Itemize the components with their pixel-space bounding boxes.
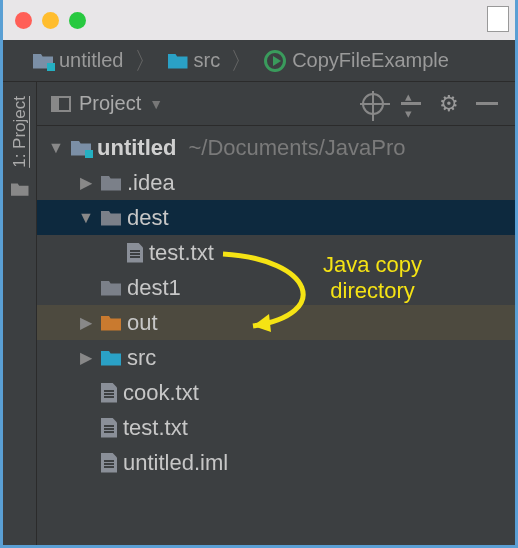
breadcrumb-root-label: untitled: [59, 49, 124, 72]
tree-item-src[interactable]: src: [37, 340, 515, 375]
tree-item-idea[interactable]: .idea: [37, 165, 515, 200]
tree-item-iml[interactable]: untitled.iml: [37, 445, 515, 480]
excluded-folder-icon: [101, 315, 121, 331]
tree-item-out[interactable]: out: [37, 305, 515, 340]
thumbnail-badge: [487, 6, 509, 32]
text-file-icon: [101, 418, 117, 438]
tree-label: test.txt: [123, 415, 188, 441]
breadcrumb-file-label: CopyFileExample: [292, 49, 449, 72]
tree-label: dest: [127, 205, 169, 231]
breadcrumb-bar: untitled 〉 src 〉 CopyFileExample: [3, 40, 515, 82]
project-view-icon: [51, 96, 71, 112]
source-folder-icon: [101, 350, 121, 366]
tree-root-path: ~/Documents/JavaPro: [188, 135, 405, 161]
tree-label: src: [127, 345, 156, 371]
source-folder-icon: [168, 53, 188, 69]
collapse-all-button[interactable]: ▾: [397, 90, 425, 118]
java-class-icon: [264, 50, 286, 72]
tool-window-gutter: 1: Project: [3, 82, 37, 545]
select-opened-file-button[interactable]: [359, 90, 387, 118]
close-window-button[interactable]: [15, 12, 32, 29]
structure-tool-icon[interactable]: [11, 182, 29, 196]
ide-window: untitled 〉 src 〉 CopyFileExample 1: Proj…: [0, 0, 518, 548]
breadcrumb-separator: 〉: [134, 45, 158, 77]
hide-panel-button[interactable]: [473, 90, 501, 118]
tree-root-label: untitled: [97, 135, 176, 161]
project-view-label: Project: [79, 92, 141, 115]
tree-root[interactable]: untitled ~/Documents/JavaPro: [37, 130, 515, 165]
tree-item-cook[interactable]: cook.txt: [37, 375, 515, 410]
tree-label: dest1: [127, 275, 181, 301]
module-file-icon: [101, 453, 117, 473]
tree-item-dest[interactable]: dest: [37, 200, 515, 235]
minimize-window-button[interactable]: [42, 12, 59, 29]
expand-toggle[interactable]: [77, 209, 95, 227]
chevron-down-icon: ▼: [149, 96, 163, 112]
breadcrumb-separator: 〉: [230, 45, 254, 77]
folder-icon: [101, 210, 121, 226]
tree-label: untitled.iml: [123, 450, 228, 476]
expand-toggle[interactable]: [47, 139, 65, 157]
tree-label: cook.txt: [123, 380, 199, 406]
project-tool-tab[interactable]: 1: Project: [10, 96, 30, 168]
project-panel: Project ▼ ▾ ⚙ untitled ~/Documents/JavaP…: [37, 82, 515, 545]
expand-toggle[interactable]: [77, 173, 95, 192]
project-toolbar: Project ▼ ▾ ⚙: [37, 82, 515, 126]
tree-label: .idea: [127, 170, 175, 196]
tree-item-dest-test[interactable]: test.txt: [37, 235, 515, 270]
settings-button[interactable]: ⚙: [435, 90, 463, 118]
text-file-icon: [127, 243, 143, 263]
window-titlebar: [3, 0, 515, 40]
folder-icon: [101, 280, 121, 296]
expand-toggle[interactable]: [77, 313, 95, 332]
tree-item-test[interactable]: test.txt: [37, 410, 515, 445]
folder-icon: [101, 175, 121, 191]
zoom-window-button[interactable]: [69, 12, 86, 29]
breadcrumb-root[interactable]: untitled: [29, 49, 128, 72]
tree-label: out: [127, 310, 158, 336]
text-file-icon: [101, 383, 117, 403]
project-tree: untitled ~/Documents/JavaPro .idea dest: [37, 126, 515, 545]
tree-item-dest1[interactable]: dest1: [37, 270, 515, 305]
breadcrumb-src[interactable]: src: [164, 49, 225, 72]
breadcrumb-file[interactable]: CopyFileExample: [260, 49, 453, 72]
project-view-dropdown[interactable]: Project ▼: [51, 92, 163, 115]
module-folder-icon: [71, 140, 91, 156]
breadcrumb-src-label: src: [194, 49, 221, 72]
expand-toggle[interactable]: [77, 348, 95, 367]
module-folder-icon: [33, 53, 53, 69]
tree-label: test.txt: [149, 240, 214, 266]
